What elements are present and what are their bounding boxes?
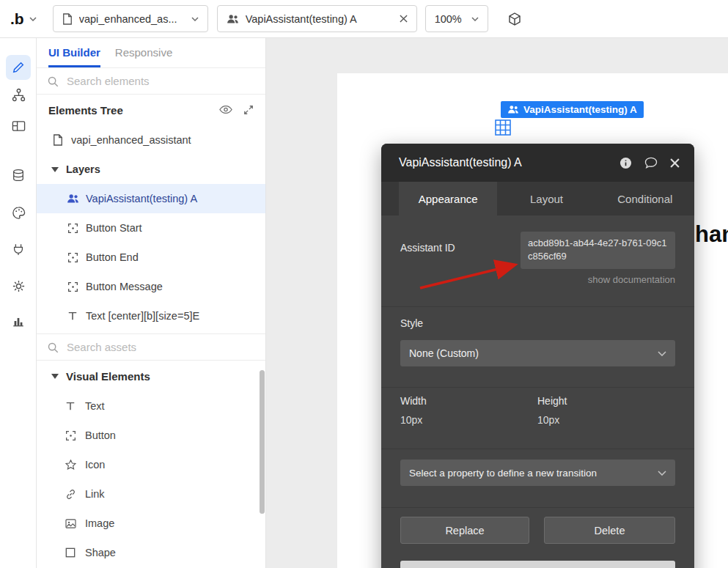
tree-item-label: VapiAssistant(testing) A: [86, 193, 197, 204]
asset-item-label: Text: [85, 400, 105, 412]
style-dropdown-value: None (Custom): [409, 347, 658, 359]
tab-conditional[interactable]: Conditional: [596, 182, 694, 215]
asset-item-text[interactable]: Text: [37, 391, 265, 421]
asset-item-link[interactable]: Link: [37, 479, 265, 509]
search-icon: [47, 75, 59, 87]
selected-element-badge[interactable]: VapiAssistant(testing) A: [501, 101, 644, 118]
tab-appearance[interactable]: Appearance: [399, 182, 497, 215]
tree-item-label: Button End: [86, 251, 139, 263]
tree-item-vapiassistant[interactable]: VapiAssistant(testing) A: [37, 184, 265, 213]
database-icon[interactable]: [6, 163, 31, 188]
canvas[interactable]: hanc VapiAssistant(testing) A VapiAssist…: [266, 38, 728, 568]
caret-down-icon[interactable]: [51, 167, 59, 172]
divider: [381, 306, 694, 307]
workflow-icon[interactable]: [6, 82, 31, 107]
bubble-logo: .b: [10, 10, 24, 28]
close-icon[interactable]: [670, 158, 680, 168]
delete-button[interactable]: Delete: [544, 517, 675, 544]
tree-item-text[interactable]: Text [center][b][size=5]E: [37, 301, 265, 331]
image-icon: [64, 519, 77, 528]
divider: [381, 449, 694, 449]
bubble-logo-menu[interactable]: .b: [10, 10, 37, 28]
shape-icon: [64, 547, 77, 558]
settings-gear-icon[interactable]: [6, 273, 31, 298]
grid-table-icon[interactable]: [495, 119, 511, 136]
expand-diagonal-icon[interactable]: [243, 105, 254, 115]
search-assets-row: [37, 333, 265, 361]
asset-item-image[interactable]: Image: [37, 509, 265, 538]
link-icon: [64, 489, 77, 500]
package-cube-icon[interactable]: [507, 12, 522, 26]
asset-item-label: Shape: [85, 547, 116, 558]
element-tab-label: VapiAssistant(testing) A: [246, 13, 393, 25]
search-icon: [47, 342, 59, 353]
responsive-layout-icon[interactable]: [6, 114, 31, 139]
asset-item-label: Link: [85, 488, 105, 500]
comment-icon[interactable]: [644, 157, 658, 169]
assistant-id-field[interactable]: acbd89b1-ab44-4e27-b761-09c1c856cf69: [521, 232, 675, 269]
visual-elements-title: Visual Elements: [66, 370, 150, 383]
asset-item-label: Icon: [85, 459, 105, 471]
tree-item-label: Button Message: [86, 281, 163, 292]
asset-item-icon[interactable]: Icon: [37, 450, 265, 479]
chevron-down-icon: [29, 17, 37, 21]
transition-dropdown[interactable]: Select a property to define a new transi…: [400, 460, 675, 486]
tree-item-button-message[interactable]: Button Message: [37, 272, 265, 301]
panel-scrollbar[interactable]: [260, 370, 265, 514]
search-elements-row: [37, 67, 265, 95]
zoom-value: 100%: [435, 13, 462, 25]
styles-palette-icon[interactable]: [6, 200, 31, 225]
page-icon: [62, 13, 73, 25]
divider: [381, 507, 694, 508]
info-icon[interactable]: [619, 157, 632, 169]
assistant-id-label: Assistant ID: [400, 242, 455, 254]
visual-elements-header[interactable]: Visual Elements: [37, 361, 265, 391]
text-icon: [64, 401, 77, 411]
chevron-down-icon: [658, 471, 666, 476]
button-icon: [64, 430, 77, 441]
search-assets-input[interactable]: [65, 340, 255, 354]
text-icon: [66, 311, 79, 321]
property-editor-body: Assistant ID acbd89b1-ab44-4e27-b761-09c…: [381, 215, 694, 568]
asset-item-label: Image: [85, 517, 114, 529]
search-elements-input[interactable]: [65, 74, 255, 88]
button-icon: [66, 281, 79, 292]
caret-down-icon: [51, 374, 59, 379]
logs-chart-icon[interactable]: [6, 309, 31, 333]
users-icon: [507, 105, 519, 114]
bottom-partial-control[interactable]: [400, 561, 675, 568]
pencil-design-icon[interactable]: [6, 55, 31, 80]
top-bar: .b vapi_enhanced_as... VapiAssistant(tes…: [0, 0, 728, 38]
panel-tabs: UI Builder Responsive: [37, 38, 265, 67]
star-icon: [64, 460, 77, 470]
divider: [381, 387, 694, 388]
asset-item-shape[interactable]: Shape: [37, 538, 265, 567]
width-value: 10px: [400, 414, 422, 426]
tree-group-layers[interactable]: Layers: [37, 155, 265, 184]
zoom-selector[interactable]: 100%: [425, 5, 488, 32]
property-editor-title: VapiAssistant(testing) A: [399, 156, 619, 169]
tree-item-button-end[interactable]: Button End: [37, 243, 265, 272]
eye-icon[interactable]: [219, 105, 232, 115]
height-value: 10px: [537, 414, 559, 426]
show-documentation-link[interactable]: show documentation: [588, 274, 675, 285]
style-dropdown[interactable]: None (Custom): [400, 340, 675, 366]
replace-button[interactable]: Replace: [400, 517, 529, 544]
plugins-plug-icon[interactable]: [6, 237, 31, 262]
asset-item-label: Button: [85, 429, 116, 441]
tree-item-label: Text [center][b][size=5]E: [86, 310, 199, 322]
tree-item-page[interactable]: vapi_enhanced_assistant: [37, 125, 265, 155]
tab-layout[interactable]: Layout: [497, 182, 595, 215]
page-selector[interactable]: vapi_enhanced_as...: [53, 5, 208, 32]
users-icon: [227, 14, 239, 24]
chevron-down-icon: [191, 17, 199, 21]
tree-item-button-start[interactable]: Button Start: [37, 213, 265, 243]
property-editor-header[interactable]: VapiAssistant(testing) A: [381, 144, 694, 182]
tab-ui-builder[interactable]: UI Builder: [48, 46, 100, 67]
users-icon: [66, 193, 79, 204]
tab-responsive[interactable]: Responsive: [115, 46, 172, 67]
asset-item-button[interactable]: Button: [37, 421, 265, 450]
page-selector-value: vapi_enhanced_as...: [79, 13, 185, 25]
element-tab[interactable]: VapiAssistant(testing) A: [217, 5, 417, 32]
close-icon[interactable]: [400, 15, 408, 23]
